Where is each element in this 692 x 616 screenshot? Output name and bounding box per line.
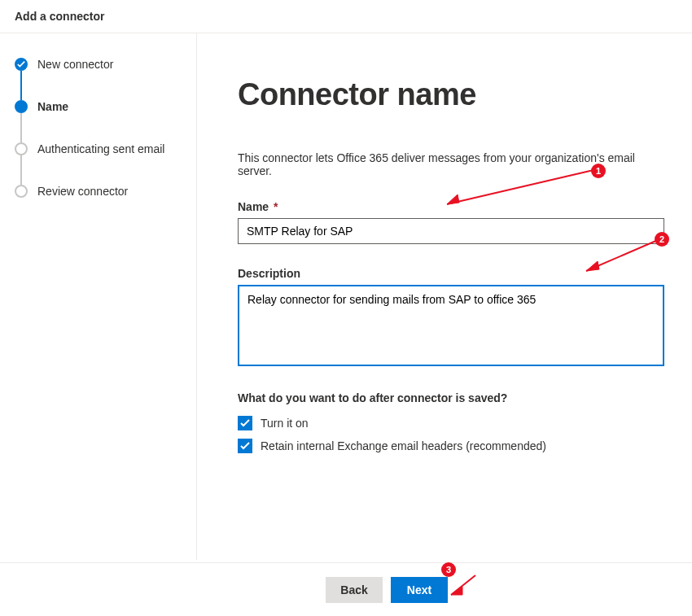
checkbox-checked-icon[interactable] — [238, 439, 252, 453]
step-label: New connector — [37, 58, 113, 71]
filled-circle-icon — [15, 100, 28, 113]
step-connector-line — [20, 155, 22, 185]
intro-text: This connector lets Office 365 deliver m… — [238, 151, 669, 177]
next-button[interactable]: Next — [391, 577, 448, 603]
description-input[interactable] — [238, 285, 664, 366]
empty-circle-icon — [15, 185, 28, 198]
step-review[interactable]: Review connector — [15, 185, 182, 198]
name-field-block: Name * — [238, 200, 669, 244]
header-title: Add a connector — [15, 10, 677, 23]
step-connector-line — [20, 71, 22, 100]
header: Add a connector — [0, 0, 692, 33]
step-label: Name — [37, 100, 68, 113]
page-title: Connector name — [238, 77, 669, 112]
step-connector-line — [20, 113, 22, 142]
after-save-question: What do you want to do after connector i… — [238, 391, 669, 404]
name-label-text: Name — [238, 200, 269, 213]
step-name[interactable]: Name — [15, 100, 182, 113]
wizard-footer: Back Next — [0, 562, 692, 616]
description-field-block: Description — [238, 267, 669, 369]
empty-circle-icon — [15, 142, 28, 155]
description-label: Description — [238, 267, 669, 280]
checkbox-label: Retain internal Exchange email headers (… — [261, 439, 546, 452]
main-content: Connector name This connector lets Offic… — [197, 33, 692, 560]
wizard-stepper: New connector Name Authenticating sent e… — [0, 33, 197, 560]
step-auth-email[interactable]: Authenticating sent email — [15, 142, 182, 155]
step-label: Authenticating sent email — [37, 142, 164, 155]
body: New connector Name Authenticating sent e… — [0, 33, 692, 560]
name-input[interactable] — [238, 218, 664, 244]
checkbox-checked-icon[interactable] — [238, 416, 252, 430]
checkbox-row-turn-on[interactable]: Turn it on — [238, 416, 669, 430]
name-label: Name * — [238, 200, 669, 213]
back-button[interactable]: Back — [326, 577, 383, 603]
after-save-section: What do you want to do after connector i… — [238, 391, 669, 453]
checkbox-row-retain-headers[interactable]: Retain internal Exchange email headers (… — [238, 439, 669, 453]
step-new-connector[interactable]: New connector — [15, 58, 182, 71]
step-label: Review connector — [37, 185, 128, 198]
check-circle-icon — [15, 58, 28, 71]
required-star-icon: * — [274, 200, 278, 213]
checkbox-label: Turn it on — [261, 417, 309, 430]
